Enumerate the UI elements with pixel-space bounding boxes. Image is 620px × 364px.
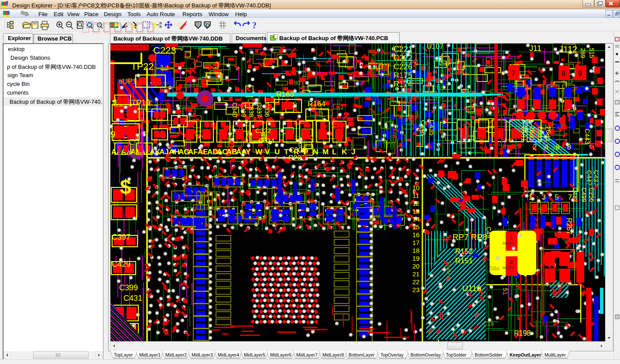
svg-text:AD: AD — [207, 148, 218, 156]
svg-text:51: 51 — [502, 288, 509, 295]
svg-text:medN: medN — [184, 82, 198, 88]
svg-text:C336: C336 — [264, 102, 271, 117]
svg-text:C49: C49 — [485, 227, 492, 238]
svg-text:17: 17 — [412, 239, 420, 246]
svg-text:289: 289 — [579, 48, 586, 58]
svg-text:U116: U116 — [462, 284, 481, 293]
svg-text:2 4 6 8: 2 4 6 8 — [533, 143, 574, 151]
svg-text:C256: C256 — [588, 187, 595, 202]
svg-text:1: 1 — [510, 234, 513, 241]
svg-text:TP22: TP22 — [131, 61, 154, 72]
svg-text:J: J — [351, 148, 355, 156]
svg-text:R164: R164 — [308, 100, 325, 108]
svg-text:C337: C337 — [256, 102, 263, 117]
svg-text:R163: R163 — [276, 90, 294, 99]
svg-text:M: M — [322, 148, 329, 156]
svg-text:1 3 5 7: 1 3 5 7 — [528, 193, 575, 201]
svg-text:10: 10 — [412, 184, 420, 191]
svg-text:C339: C339 — [240, 102, 247, 117]
svg-text:C338: C338 — [248, 102, 255, 117]
svg-text:C397: C397 — [112, 233, 130, 242]
svg-text:R151: R151 — [455, 257, 473, 265]
svg-text:16: 16 — [412, 231, 420, 238]
svg-text:TP92: TP92 — [528, 126, 535, 142]
svg-text:C340: C340 — [231, 102, 238, 117]
svg-text:80: 80 — [294, 79, 301, 86]
svg-text:12: 12 — [412, 200, 420, 207]
svg-text:J112: J112 — [559, 44, 577, 54]
svg-text:?: ? — [252, 20, 257, 30]
svg-text:AB: AB — [226, 148, 237, 156]
svg-text:TP91: TP91 — [520, 126, 527, 142]
svg-text:18: 18 — [412, 247, 420, 254]
svg-text:aUP1: aUP1 — [118, 77, 137, 85]
svg-text:AH: AH — [169, 148, 180, 156]
svg-text:20: 20 — [412, 262, 420, 270]
svg-text:13: 13 — [412, 208, 420, 215]
svg-text:C499: C499 — [580, 187, 587, 202]
svg-text:C322: C322 — [255, 127, 271, 134]
svg-text:9: 9 — [578, 70, 582, 77]
svg-text:AJ: AJ — [159, 148, 169, 156]
svg-text:2: 2 — [510, 259, 513, 265]
svg-text:Y: Y — [246, 148, 251, 156]
svg-text:C443: C443 — [584, 129, 591, 144]
svg-text:RP11: RP11 — [445, 261, 452, 275]
svg-text:R198: R198 — [514, 330, 531, 337]
svg-text:AF: AF — [188, 148, 198, 156]
svg-text:medN: medN — [503, 265, 513, 270]
svg-text:15: 15 — [412, 223, 420, 231]
svg-text:UnNamedNet335: UnNamedNet335 — [111, 45, 148, 50]
svg-text:V: V — [265, 148, 270, 156]
svg-text:AC: AC — [217, 148, 228, 156]
svg-text:C431: C431 — [123, 294, 142, 303]
svg-text:7: 7 — [511, 70, 515, 77]
svg-text:L: L — [332, 148, 336, 156]
svg-text:C334: C334 — [259, 137, 274, 144]
svg-text:C482: C482 — [572, 187, 579, 202]
svg-text:J11: J11 — [529, 44, 541, 53]
svg-text:AE: AE — [198, 148, 208, 156]
svg-text:C19: C19 — [483, 321, 494, 327]
svg-text:TP93: TP93 — [536, 126, 544, 142]
svg-text:C306: C306 — [289, 146, 306, 154]
svg-text:C399: C399 — [119, 283, 138, 292]
svg-text:U: U — [274, 148, 280, 156]
svg-text:14: 14 — [412, 215, 420, 223]
svg-text:11: 11 — [412, 192, 419, 199]
svg-text:TP94: TP94 — [545, 126, 552, 142]
svg-text:S8a: S8a — [489, 265, 500, 272]
svg-text:W: W — [255, 148, 263, 156]
svg-text:N: N — [313, 148, 318, 156]
svg-text:R152: R152 — [455, 247, 473, 255]
svg-text:R257: R257 — [565, 218, 573, 235]
svg-text:RP7 RP8: RP7 RP8 — [452, 232, 487, 242]
svg-text:9: 9 — [110, 129, 115, 139]
svg-text:19: 19 — [412, 255, 420, 262]
svg-text:21: 21 — [412, 270, 420, 278]
svg-text:AA: AA — [236, 148, 247, 156]
svg-text:22: 22 — [412, 278, 420, 286]
svg-text:C223: C223 — [153, 45, 176, 56]
svg-text:23: 23 — [412, 286, 420, 293]
svg-text:6: 6 — [562, 70, 565, 77]
svg-text:C448: C448 — [420, 120, 427, 136]
svg-text:medN: medN — [503, 241, 513, 245]
svg-text:K: K — [342, 148, 347, 156]
